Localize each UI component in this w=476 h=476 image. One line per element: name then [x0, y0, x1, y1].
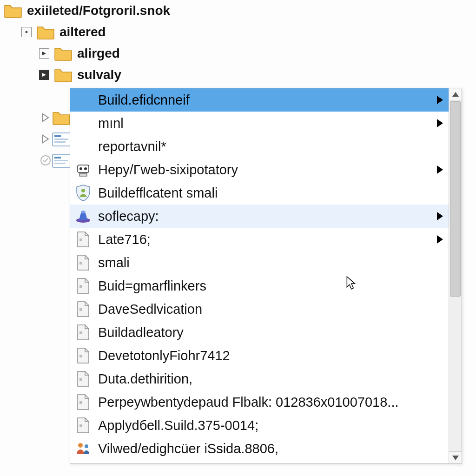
tree-item[interactable]: ailtered [0, 21, 476, 43]
menu-item[interactable]: Duta.dethirition, [70, 367, 449, 390]
menu-item-label: Build.efidcnneif [93, 93, 433, 108]
folder-icon [52, 110, 71, 126]
submenu-arrow-icon [437, 119, 443, 127]
menu-item[interactable]: Applydбеll.Suild.375-0014; [70, 414, 449, 437]
menu-item[interactable]: Buildadleatory [70, 321, 449, 344]
file-icon [74, 253, 93, 272]
expand-triangle-icon[interactable] [39, 134, 52, 144]
scroll-up-button[interactable] [449, 88, 462, 100]
svg-rect-13 [79, 173, 87, 176]
menu-item-label: Late716; [93, 232, 433, 247]
svg-rect-8 [54, 160, 68, 161]
menu-item-label: Buid=gmarflinkers [93, 278, 443, 294]
menu-item-label: Hepy/Гweb-sixipotatory [93, 162, 433, 178]
svg-rect-21 [79, 331, 82, 334]
menu-item[interactable]: mınl [70, 112, 449, 135]
svg-rect-22 [79, 355, 82, 357]
svg-rect-4 [54, 141, 66, 143]
svg-point-16 [81, 211, 86, 213]
menu-item[interactable]: InpordsCaperY0 4ptl [70, 460, 449, 463]
menu-item-icon-blank [74, 114, 93, 132]
hat-icon [74, 207, 93, 225]
svg-point-11 [79, 167, 82, 170]
shield-person-icon [74, 184, 93, 202]
expand-icon[interactable] [39, 70, 49, 80]
svg-rect-9 [54, 163, 66, 164]
menu-scrollbar[interactable] [449, 88, 462, 463]
file-icon [74, 463, 93, 463]
scroll-thumb[interactable] [450, 101, 461, 297]
svg-rect-0 [26, 31, 27, 33]
file-icon [74, 370, 93, 388]
svg-rect-23 [79, 378, 82, 381]
file-icon [74, 230, 93, 249]
scroll-down-button[interactable] [449, 451, 462, 463]
submenu-arrow-icon [437, 212, 443, 220]
people-icon [74, 439, 93, 458]
menu-item-label: Vilwed/edighcüer iSsida.8806, [93, 441, 443, 456]
menu-item-label: soflecapy: [93, 209, 433, 224]
menu-item-label: DevetotonlyFiohr7412 [93, 348, 443, 364]
menu-item[interactable]: Late716; [70, 228, 449, 251]
svg-rect-24 [79, 401, 82, 404]
tree-item-label: ailtered [55, 25, 106, 40]
menu-item-label: reportavnil* [93, 139, 443, 154]
file-icon [74, 323, 93, 342]
svg-point-14 [81, 189, 85, 192]
document-folder-icon [52, 152, 72, 168]
menu-item[interactable]: DaveSedlvication [70, 298, 449, 321]
menu-item[interactable]: Hepy/Гweb-sixipotatory [70, 158, 449, 181]
menu-item[interactable]: Build.efidcnneif [70, 88, 449, 112]
menu-item-label: Buildadleatory [93, 325, 443, 340]
tree-item-label: sulvaly [73, 67, 121, 82]
menu-item-label: Applydбеll.Suild.375-0014; [93, 418, 443, 433]
svg-point-26 [78, 443, 83, 448]
tree-root-row[interactable]: exiileted/Fotgroril.snok [0, 0, 476, 21]
menu-item[interactable]: smali [70, 251, 449, 274]
collapse-icon[interactable] [21, 27, 32, 37]
menu-item-label: Perpeywbentydepaud Flbalk: 012836x010070… [93, 395, 443, 410]
svg-rect-7 [54, 157, 61, 159]
menu-item-icon-blank [74, 91, 93, 109]
svg-rect-18 [79, 262, 82, 264]
submenu-arrow-icon [437, 165, 443, 174]
menu-item[interactable]: DevetotonlyFiohr7412 [70, 344, 449, 367]
menu-item[interactable]: reportavnil* [70, 135, 449, 158]
status-done-icon [39, 155, 52, 166]
svg-point-27 [85, 444, 88, 448]
svg-rect-20 [79, 308, 82, 311]
tree-root-label: exiileted/Fotgroril.snok [22, 3, 170, 18]
robot-icon [74, 160, 93, 179]
menu-item-label: mınl [93, 116, 433, 131]
svg-rect-3 [54, 139, 68, 140]
expand-icon[interactable] [39, 48, 49, 59]
tree-item-label: alirged [73, 46, 120, 61]
svg-rect-2 [54, 135, 61, 137]
submenu-arrow-icon [437, 235, 443, 244]
menu-item-label: Buildefflcatent smali [93, 185, 443, 201]
folder-icon [4, 3, 22, 19]
menu-item-label: Duta.dethirition, [93, 371, 443, 387]
menu-item[interactable]: soflecapy: [70, 205, 449, 228]
menu-item[interactable]: Buid=gmarflinkers [70, 274, 449, 298]
svg-rect-25 [79, 424, 82, 427]
tree-item[interactable]: sulvaly [0, 64, 476, 86]
context-menu: Build.efidcnneifmınlreportavnil*Hepy/Гwe… [70, 88, 462, 464]
file-icon [74, 393, 93, 411]
submenu-arrow-icon [437, 96, 443, 104]
svg-rect-10 [78, 165, 89, 172]
svg-point-12 [84, 167, 87, 170]
menu-item[interactable]: Vilwed/edighcüer iSsida.8806, [70, 437, 449, 460]
document-folder-icon [52, 131, 72, 147]
svg-rect-17 [79, 238, 82, 241]
menu-item[interactable]: Buildefflcatent smali [70, 181, 449, 205]
expand-triangle-icon[interactable] [39, 112, 52, 123]
folder-icon [54, 67, 73, 83]
file-icon [74, 300, 93, 318]
file-icon [74, 277, 93, 295]
menu-item[interactable]: Perpeywbentydepaud Flbalk: 012836x010070… [70, 390, 449, 414]
folder-icon [54, 46, 73, 61]
svg-rect-19 [79, 285, 82, 288]
file-icon [74, 416, 93, 435]
tree-item[interactable]: alirged [0, 43, 476, 64]
